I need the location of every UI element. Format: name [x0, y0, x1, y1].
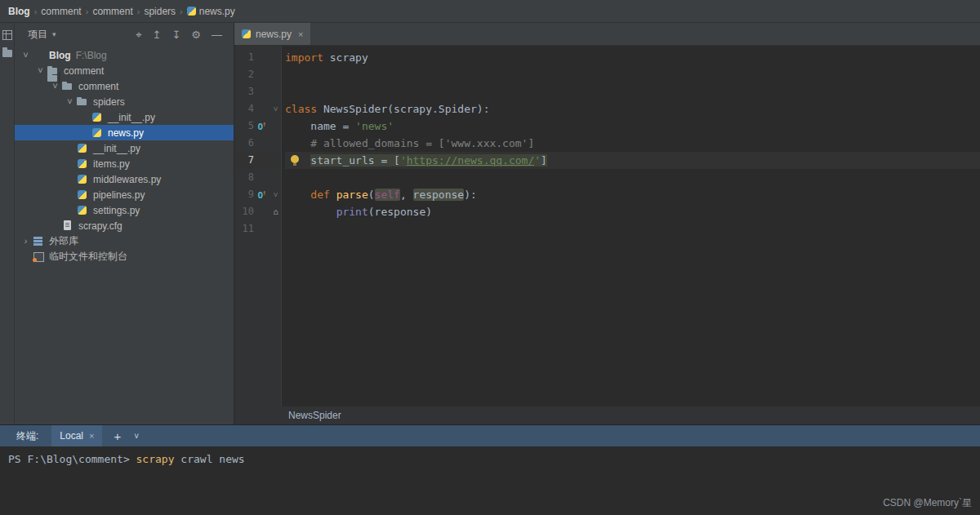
code-token: ]: [541, 154, 547, 166]
locate-icon[interactable]: ⌖: [136, 29, 141, 40]
chevron-down-icon[interactable]: ˅: [20, 51, 32, 60]
line-number[interactable]: 1: [234, 49, 254, 66]
breadcrumb-item-news-py[interactable]: news.py: [187, 6, 235, 17]
code-line-1[interactable]: import scrapy: [285, 49, 980, 66]
gutter-line: 4˅: [234, 100, 281, 118]
editor-tab-bar: news.py ×: [234, 23, 980, 46]
tab-news-py[interactable]: news.py ×: [234, 23, 310, 45]
terminal-token: crawl news: [175, 453, 245, 465]
collapse-all-icon[interactable]: ↧: [172, 29, 180, 40]
gutter-line: 11: [234, 220, 281, 238]
code-line-2[interactable]: [285, 66, 980, 83]
code-line-3[interactable]: [285, 83, 980, 100]
top-breadcrumb: Blog›comment›comment›spiders›news.py: [7, 6, 237, 17]
code-line-8[interactable]: [285, 169, 980, 186]
code-token: class: [285, 103, 317, 115]
override-arrow: ↑: [262, 189, 266, 197]
settings-icon[interactable]: ⚙: [191, 29, 201, 40]
line-number[interactable]: 3: [234, 83, 254, 100]
code-token: # allowed_domains = ['www.xxx.com']: [285, 137, 534, 149]
tree-item-label: __init__.py: [108, 112, 155, 123]
line-number[interactable]: 7: [234, 152, 254, 169]
tab-label: news.py: [256, 29, 292, 40]
chevron-down-icon[interactable]: ˅: [134, 432, 139, 441]
tree-item-settings-py[interactable]: settings.py: [15, 202, 234, 218]
tree-item-label: news.py: [108, 127, 144, 139]
tree-item-scrapy-cfg[interactable]: scrapy.cfg: [15, 218, 234, 233]
close-icon[interactable]: ×: [89, 431, 94, 441]
intention-bulb-icon[interactable]: [291, 155, 299, 166]
tree-item-blog[interactable]: ˅BlogF:\Blog: [15, 47, 234, 63]
new-terminal-button[interactable]: +: [114, 429, 121, 443]
override-method-icon[interactable]: O↑: [254, 189, 270, 200]
editor: news.py × 1234˅5O↑6789O↑˅10⌂11 import sc…: [234, 23, 980, 424]
line-number[interactable]: 4: [234, 100, 254, 118]
chevron-down-icon[interactable]: ˅: [64, 97, 76, 106]
line-number[interactable]: 5: [234, 118, 254, 135]
line-number[interactable]: 8: [234, 169, 254, 186]
python-icon: [76, 174, 89, 184]
tree-item-pipelines-py[interactable]: pipelines.py: [15, 187, 234, 202]
breadcrumb-item-blog[interactable]: Blog: [8, 6, 30, 17]
fold-arrow-icon[interactable]: ˅: [270, 105, 281, 113]
code-line-6[interactable]: # allowed_domains = ['www.xxx.com']: [285, 135, 980, 152]
project-folder-tool-icon[interactable]: [2, 50, 12, 57]
chevron-down-icon[interactable]: ˅: [34, 66, 47, 75]
tree-item-__init__-py[interactable]: __init__.py: [15, 140, 234, 156]
code-line-9[interactable]: def parse(self, response):: [285, 186, 980, 203]
code-line-5[interactable]: name = 'news': [285, 118, 980, 135]
tree-item-news-py[interactable]: news.py: [15, 125, 234, 140]
project-panel-title[interactable]: 项目: [28, 28, 47, 42]
breadcrumb-item-spiders[interactable]: spiders: [144, 6, 176, 17]
code-token: ,: [400, 189, 413, 201]
tree-item-label: middlewares.py: [93, 174, 161, 185]
fold-end-icon[interactable]: ⌂: [270, 208, 281, 216]
tree-item-items-py[interactable]: items.py: [15, 156, 234, 171]
tree-item-__init__-py[interactable]: __init__.py: [15, 109, 234, 125]
terminal-output[interactable]: PS F:\Blog\comment> scrapy crawl news: [0, 446, 980, 465]
override-method-icon[interactable]: O↑: [254, 121, 270, 131]
folder-icon: [76, 96, 89, 107]
chevron-down-icon[interactable]: ▾: [52, 30, 56, 38]
code-line-7[interactable]: start_urls = ['https://news.qq.com/']: [285, 152, 980, 169]
breadcrumb-item-comment[interactable]: comment: [41, 6, 81, 17]
terminal-tab-local[interactable]: Local ×: [51, 425, 102, 446]
tree-item-middlewares-py[interactable]: middlewares.py: [15, 171, 234, 187]
tree-item-临时文件和控制台[interactable]: 临时文件和控制台: [15, 249, 234, 264]
hide-icon[interactable]: —: [212, 29, 222, 40]
tree-item-spiders[interactable]: ˅spiders: [15, 94, 234, 109]
line-number[interactable]: 6: [234, 135, 254, 152]
code-token: [285, 206, 336, 218]
python-icon: [76, 189, 89, 200]
gutter-line: 2: [234, 66, 281, 83]
fold-arrow-icon[interactable]: ˅: [270, 191, 281, 199]
close-icon[interactable]: ×: [298, 29, 303, 39]
line-number[interactable]: 2: [234, 66, 254, 83]
breadcrumb-item-comment[interactable]: comment: [92, 6, 132, 17]
gutter-line: 8: [234, 169, 281, 186]
editor-breadcrumb-item[interactable]: NewsSpider: [288, 410, 341, 421]
line-number[interactable]: 9: [234, 186, 254, 203]
code-line-10[interactable]: print(response): [285, 203, 980, 220]
line-number[interactable]: 11: [234, 220, 254, 238]
code-token: (response): [368, 206, 432, 218]
structure-tool-icon[interactable]: [2, 30, 12, 40]
code-line-11[interactable]: [285, 220, 980, 238]
chevron-right-icon[interactable]: ›: [20, 237, 32, 246]
code-token: 'news': [355, 120, 394, 132]
terminal-panel: 终端: Local × + ˅ PS F:\Blog\comment> scra…: [0, 424, 980, 515]
terminal-token: scrapy: [136, 453, 175, 465]
tree-item-label: comment: [78, 81, 118, 92]
code-area[interactable]: import scrapyclass NewsSpider(scrapy.Spi…: [282, 46, 980, 406]
tree-item-外部库[interactable]: ›外部库: [15, 233, 234, 249]
breadcrumb-label: spiders: [144, 6, 176, 17]
folder-icon: [61, 81, 74, 91]
tree-item-label: pipelines.py: [93, 189, 145, 201]
expand-all-icon[interactable]: ↥: [153, 29, 162, 40]
tree-item-label: comment: [64, 65, 104, 77]
gutter-line: 7: [234, 152, 281, 169]
code-line-4[interactable]: class NewsSpider(scrapy.Spider):: [285, 100, 980, 118]
code-token: (: [368, 189, 375, 201]
breadcrumb-label: news.py: [199, 6, 235, 17]
line-number[interactable]: 10: [234, 203, 254, 220]
